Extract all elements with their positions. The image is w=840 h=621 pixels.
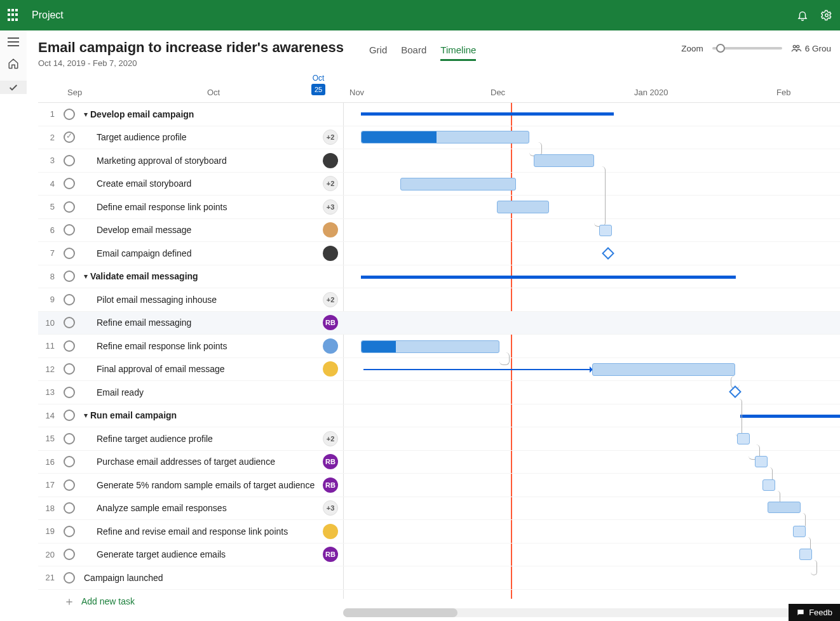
task-row[interactable]: 13Email ready [38,381,840,404]
task-row[interactable]: 19Refine and revise email and response l… [38,520,840,544]
complete-toggle[interactable] [64,526,75,537]
plus-icon: ＋ [64,594,75,609]
task-row[interactable]: 7Email campaign defined [38,242,840,265]
row-number: 13 [38,387,57,397]
task-name: Campaign launched [84,573,163,583]
task-row[interactable]: 10Refine email messagingRB [38,312,840,335]
task-row[interactable]: 11Refine email response link points [38,335,840,358]
assignee-avatar[interactable] [323,153,338,168]
complete-toggle[interactable] [64,456,75,467]
complete-toggle[interactable] [64,549,75,560]
complete-toggle[interactable] [64,572,75,584]
app-title: Project [32,10,64,21]
task-row[interactable]: 8▾Validate email messaging [38,265,840,289]
row-number: 19 [38,526,57,536]
task-row[interactable]: 14▾Run email campaign [38,404,840,428]
timeline-header: Sep Oct Oct 25 Nov Dec Jan 2020 Feb [38,72,840,103]
horizontal-scrollbar[interactable] [343,608,821,617]
task-row[interactable]: 1▾Develop email campaign [38,103,840,126]
tab-timeline[interactable]: Timeline [440,44,476,61]
complete-toggle[interactable] [64,363,75,375]
row-number: 15 [38,434,57,443]
home-icon[interactable] [6,58,21,69]
group-people-button[interactable]: 6 Grou [791,43,831,53]
notifications-icon[interactable] [797,10,808,21]
complete-toggle[interactable] [64,387,75,398]
collapse-icon[interactable]: ▾ [84,110,88,119]
task-row[interactable]: 20Generate target audience emailsRB [38,544,840,567]
settings-icon[interactable] [821,10,832,21]
task-row[interactable]: 2Target audience profile+2 [38,126,840,150]
complete-toggle[interactable] [64,201,75,213]
month-dec: Dec [491,88,505,97]
task-row[interactable]: 12Final approval of email message [38,358,840,382]
task-row[interactable]: 3Marketing approval of storyboard [38,149,840,173]
project-header: Email campaign to increase rider's aware… [38,30,840,68]
task-name: Analyze sample email responses [97,503,227,513]
complete-toggle[interactable] [64,155,75,166]
assignee-avatar[interactable]: +2 [323,431,338,446]
assignee-avatar[interactable] [323,338,338,354]
complete-toggle[interactable] [64,317,75,328]
complete-toggle[interactable] [64,410,75,421]
row-number: 1 [38,109,57,119]
assignee-avatar[interactable] [323,361,338,377]
assignee-avatar[interactable]: RB [323,477,338,493]
task-row[interactable]: 15Refine target audience profile+2 [38,427,840,451]
date-marker[interactable]: Oct 25 [311,74,325,95]
complete-toggle[interactable] [64,270,75,282]
complete-toggle[interactable] [64,109,75,120]
assignee-avatar[interactable]: RB [323,315,338,330]
complete-toggle[interactable] [64,131,75,143]
assignee-avatar[interactable]: RB [323,454,338,469]
month-oct: Oct [207,88,220,97]
assignee-avatar[interactable] [323,246,338,261]
app-launcher-icon[interactable] [8,9,20,22]
row-number: 6 [38,225,57,235]
task-name: Generate target audience emails [97,549,226,559]
collapse-icon[interactable]: ▾ [84,411,88,420]
task-row[interactable]: 16Purchase email addresses of target aud… [38,451,840,474]
tab-grid[interactable]: Grid [369,44,387,61]
complete-toggle[interactable] [64,433,75,444]
task-name: Create email storyboard [97,178,191,189]
feedback-button[interactable]: Feedb [789,604,840,621]
complete-toggle[interactable] [64,178,75,189]
task-name: Run email campaign [90,410,177,420]
complete-toggle[interactable] [64,294,75,305]
task-row[interactable]: 21Campaign launched [38,566,840,590]
task-row[interactable]: 6Develop email message [38,219,840,243]
zoom-slider[interactable] [712,47,782,50]
collapse-icon[interactable]: ▾ [84,272,88,281]
task-row[interactable]: 17Generate 5% random sample emails of ta… [38,474,840,497]
task-name: Develop email campaign [90,109,194,119]
row-number: 20 [38,550,57,559]
assignee-avatar[interactable]: +3 [323,500,338,516]
tab-board[interactable]: Board [401,44,426,61]
task-name: Generate 5% random sample emails of targ… [97,480,315,490]
assignee-avatar[interactable] [323,524,338,539]
svg-point-1 [793,45,796,48]
complete-toggle[interactable] [64,224,75,236]
assignee-avatar[interactable]: +2 [323,292,338,307]
row-number: 21 [38,573,57,582]
nav-menu-icon[interactable] [6,37,21,46]
task-row[interactable]: 4Create email storyboard+2 [38,173,840,196]
task-row[interactable]: 18Analyze sample email responses+3 [38,497,840,521]
assignee-avatar[interactable]: +3 [323,199,338,215]
row-number: 7 [38,248,57,258]
assignee-avatar[interactable]: +2 [323,130,338,145]
assignee-avatar[interactable]: RB [323,547,338,562]
project-title: Email campaign to increase rider's aware… [38,39,344,56]
assignee-avatar[interactable]: +2 [323,176,338,191]
complete-toggle[interactable] [64,248,75,259]
task-check-icon[interactable] [0,81,27,94]
row-number: 17 [38,480,57,490]
task-row[interactable]: 5Define email response link points+3 [38,196,840,219]
month-feb: Feb [776,88,790,97]
task-row[interactable]: 9Pilot email messaging inhouse+2 [38,288,840,312]
complete-toggle[interactable] [64,502,75,514]
complete-toggle[interactable] [64,340,75,352]
complete-toggle[interactable] [64,479,75,491]
assignee-avatar[interactable] [323,222,338,237]
